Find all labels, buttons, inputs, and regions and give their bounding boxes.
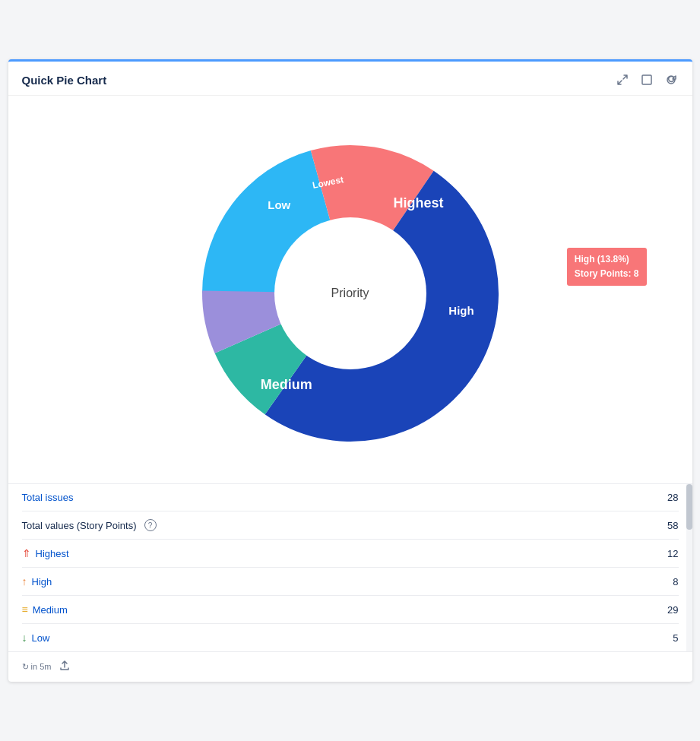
stats-row-highest: ⇑ Highest 12: [22, 540, 679, 568]
stats-row-medium: ≡ Medium 29: [22, 596, 679, 624]
chart-area: HighestHighMediumLowLowest Priority High…: [8, 96, 692, 483]
total-issues-row: Total issues 28: [22, 484, 679, 511]
stats-row-low: ↓ Low 5: [22, 624, 679, 651]
donut-svg: HighestHighMediumLowLowest: [191, 134, 510, 453]
expand-icon[interactable]: [615, 72, 630, 87]
fullscreen-icon[interactable]: [639, 72, 654, 87]
stats-value-high: 8: [673, 576, 678, 587]
stats-label-low: ↓ Low: [22, 632, 50, 644]
svg-point-1: [274, 217, 426, 369]
scrollbar-track[interactable]: [686, 484, 692, 651]
refresh-label: ↻ in 5m: [22, 662, 52, 672]
total-values-row: Total values (Story Points) ? 58: [22, 511, 679, 540]
stats-label-high: ↑ High: [22, 575, 52, 587]
donut-chart: HighestHighMediumLowLowest Priority: [191, 134, 510, 453]
card-header: Quick Pie Chart: [8, 62, 692, 96]
low-icon: ↓: [22, 632, 27, 644]
card-title: Quick Pie Chart: [22, 74, 107, 87]
svg-text:High: High: [448, 304, 474, 317]
svg-text:Medium: Medium: [260, 377, 312, 392]
tooltip-sub: Story Points: 8: [575, 267, 639, 281]
header-icons-group: [615, 72, 679, 87]
stats-area: Total issues 28 Total values (Story Poin…: [8, 484, 692, 651]
stats-label-medium: ≡ Medium: [22, 603, 68, 616]
tooltip-label: High (13.8%): [575, 252, 639, 267]
share-icon[interactable]: [59, 660, 71, 674]
refresh-icon[interactable]: [664, 72, 679, 87]
total-issues-value: 28: [667, 492, 678, 503]
svg-text:Low: Low: [268, 198, 290, 211]
high-icon: ↑: [22, 575, 27, 587]
stats-label-highest: ⇑ Highest: [22, 547, 69, 559]
stats-value-medium: 29: [667, 604, 678, 616]
highest-icon: ⇑: [22, 547, 31, 559]
total-values-value: 58: [667, 520, 678, 531]
help-icon[interactable]: ?: [144, 519, 157, 531]
total-issues-label: Total issues: [22, 492, 74, 503]
card-footer: ↻ in 5m: [8, 651, 692, 682]
scrollbar-thumb[interactable]: [686, 484, 692, 530]
stats-value-highest: 12: [667, 548, 678, 559]
svg-rect-0: [642, 75, 651, 84]
stats-value-low: 5: [673, 632, 678, 644]
medium-icon: ≡: [22, 603, 28, 616]
stats-row-high: ↑ High 8: [22, 568, 679, 596]
chart-tooltip: High (13.8%) Story Points: 8: [567, 248, 647, 286]
svg-text:Highest: Highest: [393, 195, 443, 211]
total-values-label: Total values (Story Points) ?: [22, 519, 157, 531]
quick-pie-chart-card: Quick Pie Chart: [8, 59, 692, 682]
